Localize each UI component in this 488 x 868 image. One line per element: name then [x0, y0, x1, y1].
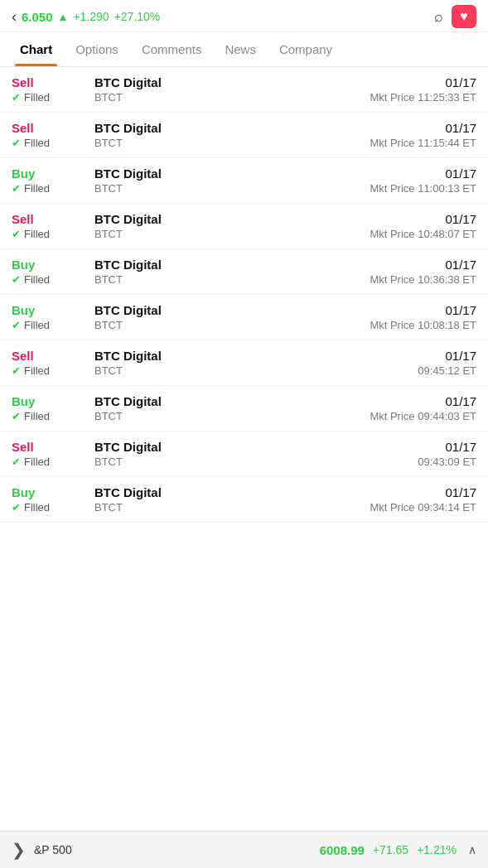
- check-icon-0: ✔: [12, 91, 21, 104]
- tab-news[interactable]: News: [213, 32, 268, 66]
- index-change: +71.65: [373, 843, 408, 856]
- trade-type-1: Sell: [12, 121, 86, 135]
- trade-date-8: 01/17: [445, 440, 476, 454]
- trade-company-3: BTC Digital: [94, 212, 360, 226]
- back-icon[interactable]: ‹: [12, 8, 17, 26]
- trade-item[interactable]: Sell ✔ Filled BTC Digital BTCT 01/17 Mkt…: [0, 67, 488, 113]
- trade-company-8: BTC Digital: [94, 440, 360, 454]
- check-icon-1: ✔: [12, 137, 21, 149]
- trade-item[interactable]: Buy ✔ Filled BTC Digital BTCT 01/17 Mkt …: [0, 295, 488, 340]
- trade-ticker-2: BTCT: [94, 182, 360, 195]
- trade-ticker-5: BTCT: [94, 319, 360, 331]
- trade-company-6: BTC Digital: [94, 349, 360, 363]
- tab-chart[interactable]: Chart: [8, 32, 64, 66]
- price-pct: +27.10%: [114, 10, 161, 23]
- trade-status-2: ✔ Filled: [12, 182, 86, 195]
- tab-comments[interactable]: Comments: [130, 32, 214, 66]
- trade-middle-1: BTC Digital BTCT: [86, 121, 369, 149]
- trade-status-9: ✔ Filled: [12, 501, 86, 514]
- trade-company-1: BTC Digital: [94, 121, 360, 135]
- trade-date-0: 01/17: [445, 75, 476, 89]
- check-icon-2: ✔: [12, 182, 21, 195]
- trade-time-1: Mkt Price 11:15:44 ET: [370, 137, 476, 149]
- trade-ticker-1: BTCT: [94, 137, 360, 149]
- top-bar-left: ‹ 6.050 ▲ +1.290 +27.10%: [12, 8, 160, 26]
- trade-time-9: Mkt Price 09:34:14 ET: [370, 501, 476, 514]
- trade-left-1: Sell ✔ Filled: [12, 121, 86, 149]
- trade-item[interactable]: Sell ✔ Filled BTC Digital BTCT 01/17 09:…: [0, 432, 488, 477]
- trade-status-7: ✔ Filled: [12, 410, 86, 422]
- trade-middle-8: BTC Digital BTCT: [86, 440, 369, 468]
- price-change: +1.290: [73, 10, 109, 23]
- trade-type-4: Buy: [12, 258, 86, 272]
- trade-item[interactable]: Buy ✔ Filled BTC Digital BTCT 01/17 Mkt …: [0, 386, 488, 432]
- index-value: 6008.99: [100, 843, 365, 857]
- trade-ticker-8: BTCT: [94, 456, 360, 468]
- search-icon[interactable]: ⌕: [434, 8, 443, 26]
- trade-date-3: 01/17: [445, 212, 476, 226]
- trade-middle-4: BTC Digital BTCT: [86, 258, 369, 286]
- trade-type-8: Sell: [12, 440, 86, 454]
- check-icon-8: ✔: [12, 456, 21, 468]
- trade-status-3: ✔ Filled: [12, 228, 86, 240]
- trade-status-8: ✔ Filled: [12, 456, 86, 468]
- trade-item[interactable]: Sell ✔ Filled BTC Digital BTCT 01/17 Mkt…: [0, 204, 488, 249]
- tab-options[interactable]: Options: [64, 32, 130, 66]
- trade-left-8: Sell ✔ Filled: [12, 440, 86, 468]
- trade-item[interactable]: Buy ✔ Filled BTC Digital BTCT 01/17 Mkt …: [0, 477, 488, 523]
- trade-right-2: 01/17 Mkt Price 11:00:13 ET: [369, 166, 476, 195]
- trade-right-6: 01/17 09:45:12 ET: [369, 349, 476, 377]
- trade-right-3: 01/17 Mkt Price 10:48:07 ET: [369, 212, 476, 240]
- trade-left-4: Buy ✔ Filled: [12, 258, 86, 286]
- trade-time-2: Mkt Price 11:00:13 ET: [370, 182, 476, 195]
- trade-type-2: Buy: [12, 166, 86, 181]
- favorite-button[interactable]: ♥: [452, 5, 476, 28]
- trade-status-1: ✔ Filled: [12, 137, 86, 149]
- check-icon-4: ✔: [12, 273, 21, 286]
- trade-date-2: 01/17: [445, 166, 476, 181]
- chevron-icon[interactable]: ❯: [12, 840, 26, 860]
- trade-left-3: Sell ✔ Filled: [12, 212, 86, 240]
- trade-type-6: Sell: [12, 349, 86, 363]
- trade-time-5: Mkt Price 10:08:18 ET: [370, 319, 476, 331]
- trade-company-2: BTC Digital: [94, 166, 360, 181]
- trade-left-5: Buy ✔ Filled: [12, 303, 86, 331]
- trade-date-5: 01/17: [445, 303, 476, 317]
- trade-left-6: Sell ✔ Filled: [12, 349, 86, 377]
- trade-date-7: 01/17: [445, 394, 476, 408]
- trade-date-1: 01/17: [445, 121, 476, 135]
- trade-right-7: 01/17 Mkt Price 09:44:03 ET: [369, 394, 476, 422]
- trade-ticker-7: BTCT: [94, 410, 360, 422]
- trade-type-3: Sell: [12, 212, 86, 226]
- trade-right-1: 01/17 Mkt Price 11:15:44 ET: [369, 121, 476, 149]
- trade-right-4: 01/17 Mkt Price 10:36:38 ET: [369, 258, 476, 286]
- expand-icon[interactable]: ∧: [468, 843, 476, 856]
- heart-icon: ♥: [460, 9, 468, 24]
- trade-status-5: ✔ Filled: [12, 319, 86, 331]
- trade-time-4: Mkt Price 10:36:38 ET: [370, 273, 476, 286]
- trade-item[interactable]: Sell ✔ Filled BTC Digital BTCT 01/17 09:…: [0, 340, 488, 386]
- check-icon-6: ✔: [12, 364, 21, 377]
- trade-middle-3: BTC Digital BTCT: [86, 212, 369, 240]
- nav-tabs: Chart Options Comments News Company: [0, 32, 488, 67]
- price-info: 6.050 ▲ +1.290 +27.10%: [22, 10, 160, 24]
- trade-middle-2: BTC Digital BTCT: [86, 166, 369, 195]
- trade-ticker-3: BTCT: [94, 228, 360, 240]
- index-name: &P 500: [34, 843, 92, 856]
- trade-list: Sell ✔ Filled BTC Digital BTCT 01/17 Mkt…: [0, 67, 488, 523]
- trade-middle-5: BTC Digital BTCT: [86, 303, 369, 331]
- trade-company-4: BTC Digital: [94, 258, 360, 272]
- trade-status-6: ✔ Filled: [12, 364, 86, 377]
- trade-item[interactable]: Buy ✔ Filled BTC Digital BTCT 01/17 Mkt …: [0, 249, 488, 295]
- trade-right-9: 01/17 Mkt Price 09:34:14 ET: [369, 485, 476, 514]
- trade-time-8: 09:43:09 ET: [418, 456, 476, 468]
- check-icon-5: ✔: [12, 319, 21, 331]
- trade-item[interactable]: Buy ✔ Filled BTC Digital BTCT 01/17 Mkt …: [0, 158, 488, 204]
- trade-time-3: Mkt Price 10:48:07 ET: [370, 228, 476, 240]
- trade-status-4: ✔ Filled: [12, 273, 86, 286]
- trade-item[interactable]: Sell ✔ Filled BTC Digital BTCT 01/17 Mkt…: [0, 113, 488, 158]
- trade-type-0: Sell: [12, 75, 86, 89]
- trade-time-0: Mkt Price 11:25:33 ET: [370, 91, 476, 104]
- top-bar: ‹ 6.050 ▲ +1.290 +27.10% ⌕ ♥: [0, 0, 488, 32]
- tab-company[interactable]: Company: [268, 32, 344, 66]
